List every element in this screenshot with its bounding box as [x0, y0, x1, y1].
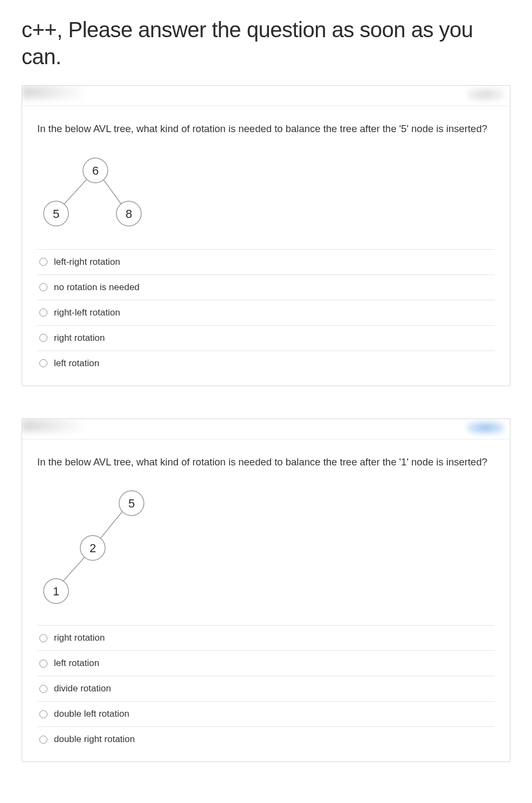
radio-icon [39, 634, 47, 642]
svg-line-6 [61, 556, 86, 583]
option-label: divide rotation [54, 683, 111, 694]
options-list: right rotation left rotation divide rota… [37, 625, 495, 752]
tree-node-root: 6 [92, 163, 99, 177]
svg-line-0 [61, 177, 88, 207]
question-prompt: In the below AVL tree, what kind of rota… [37, 121, 495, 137]
option-label: right rotation [54, 333, 105, 344]
tree-node-root: 5 [128, 497, 135, 510]
option-row[interactable]: divide rotation [37, 676, 495, 702]
page-title: c++, Please answer the question as soon … [22, 16, 510, 70]
option-row[interactable]: left rotation [37, 351, 495, 376]
svg-line-1 [102, 177, 123, 207]
radio-icon [39, 359, 47, 367]
option-row[interactable]: right rotation [37, 326, 495, 351]
option-label: double left rotation [54, 709, 129, 719]
tree-node-left: 2 [89, 541, 96, 555]
option-label: left-right rotation [54, 257, 120, 267]
tree-node-left: 5 [53, 207, 59, 220]
card-header-smudge [22, 419, 510, 440]
question-prompt: In the below AVL tree, what kind of rota… [37, 455, 495, 470]
question-card-2: In the below AVL tree, what kind of rota… [22, 418, 510, 763]
radio-icon [39, 736, 47, 744]
tree-node-right: 8 [126, 207, 132, 220]
tree-svg: 6 5 8 [37, 153, 156, 234]
option-label: no rotation is needed [54, 282, 140, 293]
option-row[interactable]: right rotation [37, 626, 495, 651]
option-row[interactable]: double right rotation [37, 727, 495, 752]
option-row[interactable]: right-left rotation [37, 300, 495, 326]
option-row[interactable]: left rotation [37, 651, 495, 676]
avl-tree-diagram: 5 2 1 [37, 486, 495, 610]
avl-tree-diagram: 6 5 8 [37, 153, 495, 234]
radio-icon [39, 308, 47, 317]
option-row[interactable]: no rotation is needed [37, 275, 495, 300]
options-list: left-right rotation no rotation is neede… [37, 249, 495, 376]
option-label: right-left rotation [54, 307, 120, 318]
radio-icon [39, 334, 47, 342]
option-label: left rotation [54, 358, 99, 369]
radio-icon [39, 710, 47, 718]
option-row[interactable]: double left rotation [37, 702, 495, 727]
question-card-1: In the below AVL tree, what kind of rota… [22, 85, 510, 386]
option-row[interactable]: left-right rotation [37, 250, 495, 275]
option-label: left rotation [54, 658, 99, 669]
radio-icon [39, 283, 47, 291]
option-label: right rotation [54, 633, 105, 643]
svg-line-5 [99, 510, 123, 540]
tree-node-left-left: 1 [53, 585, 59, 598]
radio-icon [39, 258, 47, 266]
tree-svg: 5 2 1 [37, 486, 167, 610]
radio-icon [39, 685, 47, 693]
option-label: double right rotation [54, 734, 135, 745]
card-header-smudge [22, 86, 510, 106]
radio-icon [39, 660, 47, 668]
